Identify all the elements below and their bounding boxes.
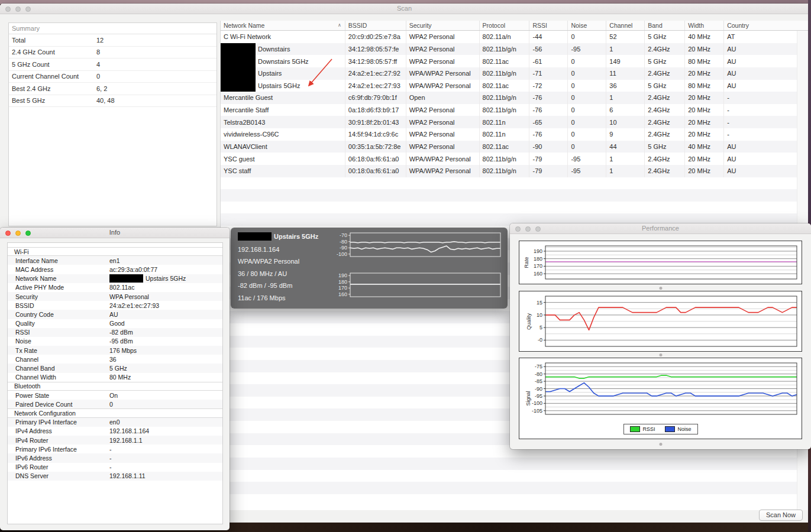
svg-text:190: 190 (534, 248, 542, 254)
table-row-empty (221, 470, 809, 482)
cell-rssi: -76 (529, 128, 568, 141)
table-row[interactable]: Downstairs 5GHz34:12:98:05:57:ffWPA2 Per… (221, 55, 809, 67)
cell-name: Upstairs (221, 67, 345, 80)
splitter-handle[interactable] (659, 443, 662, 446)
info-value: en0 (109, 419, 222, 426)
table-row[interactable]: WLANAVClient00:35:1a:5b:72:8eWPA2 Person… (221, 141, 809, 153)
info-value: 192.168.1.11 (109, 472, 222, 479)
legend-label: RSSI (642, 426, 655, 432)
summary-label: 2.4 GHz Count (9, 48, 96, 56)
tooltip-line: 36 / 80 MHz / AU (238, 270, 338, 277)
legend-label: Noise (678, 426, 692, 432)
summary-label: Total (9, 37, 96, 44)
cell-rssi: -79 (529, 153, 568, 165)
cell-bssid: 20:c9:d0:25:e7:8a (345, 31, 406, 43)
cell-noise: 0 (568, 31, 606, 43)
cell-country: AU (724, 141, 809, 153)
cell-name: Downstairs 5GHz (221, 55, 345, 67)
sort-ascending-icon: ∧ (338, 22, 341, 28)
tooltip-lines: 192.168.1.164WPA/WPA2 Personal36 / 80 MH… (238, 246, 338, 301)
table-row[interactable]: vividwireless-C96C14:5f:94:1d:c9:6cWPA2 … (221, 128, 809, 141)
column-header-name[interactable]: Network Name∧ (221, 21, 345, 30)
info-row: Network NameUpstairs 5GHz (8, 274, 222, 283)
info-row: Power StateOn (8, 391, 222, 400)
info-row: IPv4 Router192.168.1.1 (8, 436, 222, 445)
table-row[interactable]: Mercantile Staff0a:18:d6:f3:b9:17WPA2 Pe… (221, 104, 809, 116)
column-header-protocol[interactable]: Protocol (480, 21, 530, 30)
cell-security: WPA/WPA2 Personal (406, 153, 480, 165)
tooltip-title: Upstairs 5GHz (238, 232, 338, 241)
tooltip-rate-chart: 190180170160 (335, 270, 503, 300)
cell-rssi: -71 (529, 67, 568, 80)
table-row-empty (221, 494, 809, 507)
cell-protocol: 802.11n (480, 116, 530, 128)
splitter-handle[interactable] (659, 287, 662, 290)
cell-security: WPA/WPA2 Personal (406, 67, 480, 80)
table-row[interactable]: Telstra2B014330:91:8f:2b:01:43WPA2 Perso… (221, 116, 809, 128)
cell-rssi: -61 (529, 55, 568, 67)
tooltip-line: 11ac / 176 Mbps (238, 294, 338, 301)
svg-text:170: 170 (534, 263, 542, 269)
info-row: BSSID24:a2:e1:ec:27:93 (8, 301, 222, 310)
info-row: DNS Server192.168.1.11 (8, 472, 222, 481)
cell-bssid: 06:18:0a:f6:61:a0 (345, 153, 406, 165)
signal-chart-panel: Signal -75-80-85-90-95-100-105 RSSINoise (519, 358, 802, 439)
cell-width: 80 MHz (685, 55, 724, 67)
column-header-width[interactable]: Width (685, 21, 724, 30)
column-header-bssid[interactable]: BSSID (345, 21, 406, 30)
redaction-box (221, 80, 256, 92)
info-row: QualityGood (8, 319, 222, 328)
cell-bssid: 24:a2:e1:ec:27:92 (345, 67, 406, 80)
summary-label: Current Channel Count (9, 73, 96, 80)
rate-chart: 190180170160 (528, 243, 799, 282)
info-value: On (109, 392, 222, 399)
table-row[interactable]: YSC guest06:18:0a:f6:61:a0WPA/WPA2 Perso… (221, 153, 809, 165)
column-header-country[interactable]: Country (724, 21, 809, 30)
legend-item: RSSI (629, 426, 655, 432)
summary-label: 5 GHz Count (9, 61, 96, 68)
cell-security: WPA2 Personal (406, 43, 480, 56)
performance-titlebar[interactable]: Performance (510, 223, 811, 234)
table-row[interactable]: C Wi-Fi Network20:c9:d0:25:e7:8aWPA2 Per… (221, 31, 809, 43)
cell-name: WLANAVClient (221, 141, 345, 153)
cell-name: C Wi-Fi Network (221, 31, 345, 43)
cell-band: 5 GHz (645, 31, 685, 43)
info-titlebar[interactable]: Info (0, 228, 230, 238)
table-row-empty (221, 177, 809, 190)
table-row-empty (221, 458, 809, 470)
cell-channel: 44 (606, 141, 645, 153)
info-label: Noise (8, 338, 109, 345)
table-row[interactable]: Upstairs24:a2:e1:ec:27:92WPA/WPA2 Person… (221, 67, 809, 80)
svg-text:-80: -80 (535, 371, 542, 377)
column-header-noise[interactable]: Noise (568, 21, 606, 30)
column-header-band[interactable]: Band (645, 21, 685, 30)
cell-rssi: -76 (529, 104, 568, 116)
summary-value: 0 (96, 73, 100, 80)
info-value: 24:a2:e1:ec:27:93 (109, 302, 222, 309)
cell-width: 20 MHz (685, 92, 724, 104)
column-header-security[interactable]: Security (406, 21, 480, 30)
scan-titlebar[interactable]: Scan (0, 4, 809, 14)
scan-now-button[interactable]: Scan Now (759, 510, 803, 521)
table-row[interactable]: Upstairs 5GHz24:a2:e1:ec:27:93WPA/WPA2 P… (221, 80, 809, 92)
redaction-box (221, 55, 256, 67)
svg-text:-90: -90 (340, 245, 347, 251)
info-label: Country Code (8, 311, 109, 318)
info-row: IPv6 Address- (8, 453, 222, 462)
svg-text:160: 160 (534, 271, 542, 277)
splitter-handle[interactable] (659, 353, 662, 356)
info-section-header: Bluetooth (8, 382, 222, 391)
info-row: IPv4 Address192.168.1.164 (8, 427, 222, 436)
summary-row: Best 5 GHz40, 48 (9, 95, 217, 108)
info-value: 80 MHz (109, 374, 222, 381)
info-label: Active PHY Mode (8, 284, 109, 291)
info-value: 5 GHz (109, 365, 222, 372)
column-header-channel[interactable]: Channel (606, 21, 645, 30)
table-row[interactable]: Mercantile Guestc6:9f:db:79:0b:1fOpen802… (221, 92, 809, 104)
table-row[interactable]: YSC staff00:18:0a:f6:61:a0WPA/WPA2 Perso… (221, 165, 809, 177)
cell-name: Upstairs 5GHz (221, 80, 345, 92)
cell-band: 2.4GHz (645, 67, 685, 80)
table-row[interactable]: Downstairs34:12:98:05:57:feWPA2 Personal… (221, 43, 809, 56)
column-header-rssi[interactable]: RSSI (529, 21, 568, 30)
info-value: ac:29:3a:a0:0f:77 (109, 266, 222, 273)
